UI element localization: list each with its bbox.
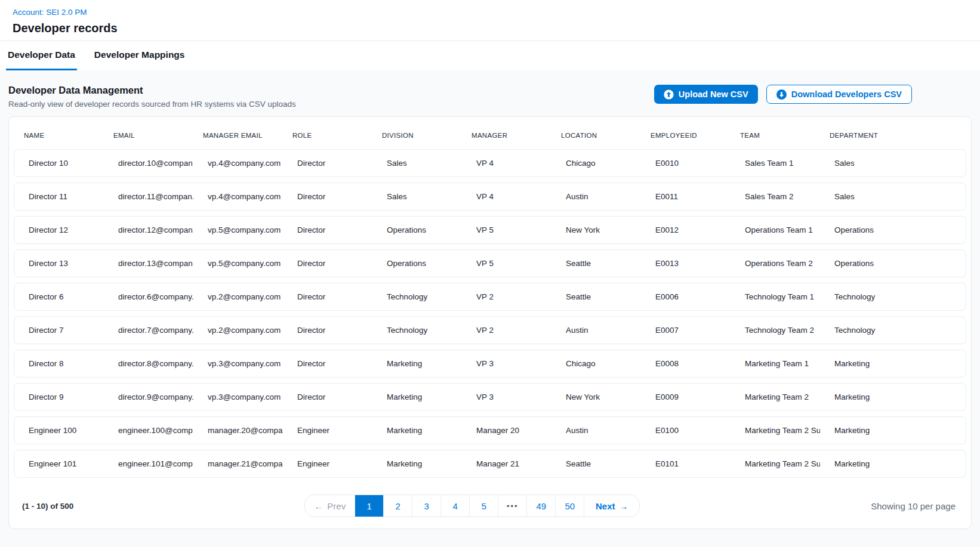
table-cell: Director 13 [14, 259, 104, 268]
top-header: Account: SEI 2.0 PM Developer records [0, 0, 980, 41]
tab-label: Developer Data [8, 50, 75, 60]
table-cell: VP 4 [462, 192, 551, 201]
account-breadcrumb-link[interactable]: Account: SEI 2.0 PM [13, 8, 87, 17]
table-cell: director.8@company.... [104, 359, 193, 368]
table-row: Director 6director.6@company....vp.2@com… [14, 283, 966, 311]
table-cell: Marketing [372, 426, 462, 435]
upload-new-csv-button[interactable]: Upload New CSV [654, 85, 758, 104]
table-cell: E0101 [641, 459, 731, 468]
table-cell: Marketing [820, 359, 910, 368]
tab-developer-data[interactable]: Developer Data [6, 41, 77, 70]
table-cell: vp.4@company.com [193, 159, 283, 168]
page-number-label: 4 [453, 501, 458, 511]
table-cell: E0100 [641, 426, 731, 435]
table-cell: E0011 [641, 192, 731, 201]
table-cell: Director [283, 192, 372, 201]
table-cell: Operations [820, 225, 910, 234]
table-cell: Technology [372, 326, 462, 335]
page-title: Developer records [13, 21, 980, 35]
column-header: NAME [14, 132, 103, 139]
table-cell: Marketing Team 1 [731, 359, 820, 368]
pagination-control: ←Prev12345•••4950Next→ [304, 495, 640, 517]
table-cell: Technology [820, 292, 910, 301]
tab-developer-mappings[interactable]: Developer Mappings [93, 41, 187, 70]
table-cell: vp.3@company.com [193, 393, 283, 401]
table-cell: engineer.100@comp... [104, 426, 193, 435]
table-cell: Marketing [372, 459, 462, 468]
table-row: Director 13director.13@compan...vp.5@com… [14, 249, 966, 277]
table-cell: VP 5 [462, 259, 551, 268]
table-cell: Sales [820, 159, 910, 168]
next-page-button[interactable]: Next→ [584, 495, 639, 517]
table-cell: VP 3 [462, 393, 551, 401]
next-label: Next [596, 501, 615, 511]
table-cell: vp.5@company.com [193, 259, 283, 268]
page-button-5[interactable]: 5 [470, 495, 498, 517]
table-cell: Operations Team 2 [731, 259, 820, 268]
section-header-text: Developer Data Management Read-only view… [8, 85, 296, 109]
page-number-label: 3 [424, 501, 429, 511]
table-cell: Marketing [820, 393, 910, 401]
column-header: TEAM [730, 132, 819, 139]
table-row: Engineer 100engineer.100@comp...manager.… [14, 416, 966, 444]
section-title: Developer Data Management [8, 85, 296, 96]
table-cell: Marketing Team 2 Su... [731, 459, 820, 468]
column-header: DIVISION [372, 132, 461, 139]
table-cell: Director 12 [14, 225, 104, 234]
table-cell: Engineer [283, 426, 372, 435]
developer-table-card: NAMEEMAILMANAGER EMAILROLEDIVISIONMANAGE… [8, 116, 972, 529]
table-header-row: NAMEEMAILMANAGER EMAILROLEDIVISIONMANAGE… [14, 122, 966, 149]
tab-label: Developer Mappings [94, 50, 185, 60]
table-cell: director.12@compan... [104, 225, 193, 234]
table-cell: vp.2@company.com [193, 326, 283, 335]
download-developers-csv-button[interactable]: Download Developers CSV [766, 85, 912, 104]
table-cell: Austin [551, 192, 641, 201]
table-cell: E0010 [641, 159, 731, 168]
table-cell: engineer.101@comp... [104, 459, 193, 468]
table-cell: Sales Team 1 [731, 159, 820, 168]
table-cell: Director 9 [14, 393, 104, 401]
column-header: LOCATION [551, 132, 640, 139]
page-number-label: 50 [565, 501, 575, 511]
table-cell: Director [283, 359, 372, 368]
column-header: EMAIL [103, 132, 193, 139]
table-cell: director.9@company.... [104, 393, 193, 401]
table-cell: VP 5 [462, 225, 551, 234]
column-header: EMPLOYEEID [640, 132, 730, 139]
table-row: Director 11director.11@compan...vp.4@com… [14, 183, 966, 211]
page-number-label: 1 [367, 501, 372, 511]
download-circle-icon [776, 89, 787, 100]
table-cell: Austin [551, 426, 641, 435]
tab-bar: Developer Data Developer Mappings [0, 41, 980, 70]
table-cell: E0006 [641, 292, 731, 301]
table-cell: Operations [372, 225, 462, 234]
page-button-3[interactable]: 3 [412, 495, 441, 517]
prev-page-button[interactable]: ←Prev [305, 495, 355, 517]
page-button-50[interactable]: 50 [556, 495, 584, 517]
column-header: MANAGER EMAIL [193, 132, 282, 139]
table-cell: Director 8 [14, 359, 104, 368]
column-header: DEPARTMENT [819, 132, 909, 139]
page-number-label: 5 [482, 501, 486, 511]
table-cell: E0007 [641, 326, 731, 335]
pagination-row: (1 - 10) of 500 ←Prev12345•••4950Next→ S… [14, 495, 966, 517]
table-cell: director.6@company.... [104, 292, 193, 301]
table-cell: Director 6 [14, 292, 104, 301]
table-cell: Sales [372, 159, 462, 168]
table-cell: Marketing [820, 426, 910, 435]
column-header: MANAGER [461, 132, 551, 139]
table-cell: Director [283, 259, 372, 268]
prev-label: Prev [327, 501, 346, 511]
table-cell: director.7@company.... [104, 326, 193, 335]
page-button-4[interactable]: 4 [441, 495, 470, 517]
page-button-2[interactable]: 2 [384, 495, 412, 517]
page-number-label: 49 [536, 501, 546, 511]
table-cell: Seattle [551, 259, 641, 268]
table-cell: vp.3@company.com [193, 359, 283, 368]
table-cell: Marketing [372, 359, 462, 368]
table-cell: manager.21@compa... [193, 459, 283, 468]
table-row: Director 12director.12@compan...vp.5@com… [14, 216, 966, 244]
page-button-1[interactable]: 1 [355, 495, 384, 517]
table-cell: Sales Team 2 [731, 192, 820, 201]
page-button-49[interactable]: 49 [527, 495, 556, 517]
